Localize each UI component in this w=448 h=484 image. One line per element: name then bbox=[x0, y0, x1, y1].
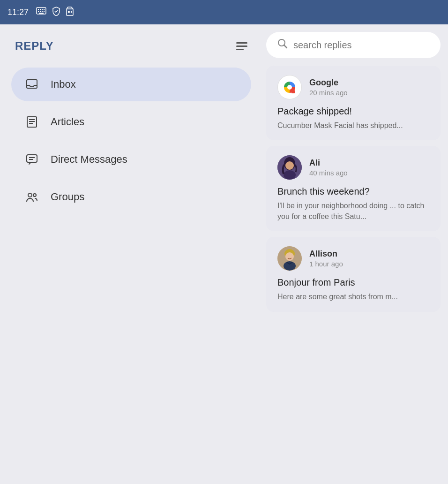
message-card-allison[interactable]: Allison 1 hour ago Bonjour from Paris He… bbox=[266, 237, 441, 311]
svg-rect-4 bbox=[44, 9, 45, 10]
svg-rect-8 bbox=[44, 11, 45, 12]
card-subject-google: Package shipped! bbox=[277, 106, 429, 117]
sidebar-item-groups[interactable]: Groups bbox=[11, 180, 251, 214]
sidebar-item-articles[interactable]: Articles bbox=[11, 105, 251, 139]
sender-name-google: Google bbox=[309, 78, 348, 88]
svg-rect-6 bbox=[40, 11, 41, 12]
menu-bar-1 bbox=[236, 42, 247, 44]
search-icon bbox=[277, 38, 288, 52]
sidebar-item-dm-label: Direct Messages bbox=[51, 153, 127, 166]
sender-name-ali: Ali bbox=[309, 158, 348, 168]
keyboard-icon bbox=[36, 7, 46, 17]
sender-info-allison: Allison 1 hour ago bbox=[309, 249, 343, 268]
inbox-icon bbox=[24, 77, 39, 92]
card-subject-ali: Brunch this weekend? bbox=[277, 186, 429, 197]
nav-list: Inbox Articles bbox=[11, 68, 251, 214]
sidebar-header: REPLY bbox=[11, 39, 251, 53]
sender-time-allison: 1 hour ago bbox=[309, 260, 343, 268]
sd-card-icon bbox=[66, 7, 74, 18]
app-title: REPLY bbox=[15, 39, 54, 53]
status-bar: 11:27 bbox=[0, 0, 448, 24]
sender-time-google: 20 mins ago bbox=[309, 89, 348, 97]
svg-point-31 bbox=[285, 161, 294, 170]
sender-info-google: Google 20 mins ago bbox=[309, 78, 348, 97]
sidebar-item-inbox[interactable]: Inbox bbox=[11, 68, 251, 101]
sidebar: REPLY Inbox bbox=[0, 24, 262, 484]
svg-point-27 bbox=[287, 85, 292, 90]
right-panel: Google 20 mins ago Package shipped! Cucu… bbox=[262, 24, 448, 484]
svg-point-36 bbox=[284, 261, 296, 271]
svg-point-35 bbox=[285, 252, 294, 261]
svg-rect-12 bbox=[69, 11, 70, 13]
avatar-allison bbox=[277, 246, 302, 271]
card-header-allison: Allison 1 hour ago bbox=[277, 246, 429, 271]
sender-time-ali: 40 mins ago bbox=[309, 169, 348, 177]
search-bar bbox=[266, 32, 441, 58]
sidebar-item-articles-label: Articles bbox=[51, 116, 84, 128]
card-preview-google: Cucumber Mask Facial has shipped... bbox=[277, 121, 429, 131]
svg-rect-3 bbox=[42, 9, 43, 10]
svg-point-22 bbox=[28, 193, 32, 197]
svg-rect-9 bbox=[39, 13, 44, 14]
menu-bar-3 bbox=[236, 49, 244, 50]
card-preview-allison: Here are some great shots from m... bbox=[277, 292, 429, 302]
search-input[interactable] bbox=[293, 40, 429, 51]
sidebar-item-inbox-label: Inbox bbox=[51, 78, 76, 91]
svg-rect-13 bbox=[71, 11, 72, 13]
status-time: 11:27 bbox=[7, 8, 29, 17]
svg-line-25 bbox=[284, 45, 287, 48]
sidebar-item-direct-messages[interactable]: Direct Messages bbox=[11, 143, 251, 176]
sender-name-allison: Allison bbox=[309, 249, 343, 259]
svg-rect-11 bbox=[68, 11, 69, 13]
card-header-google: Google 20 mins ago bbox=[277, 75, 429, 99]
avatar-ali bbox=[277, 155, 302, 180]
card-preview-ali: I'll be in your neighborhood doing ... t… bbox=[277, 201, 429, 222]
groups-icon bbox=[24, 189, 39, 204]
avatar-google bbox=[277, 75, 302, 99]
shield-icon bbox=[52, 7, 60, 18]
svg-rect-7 bbox=[42, 11, 43, 12]
status-icons bbox=[36, 7, 74, 18]
main-layout: REPLY Inbox bbox=[0, 24, 448, 484]
svg-rect-28 bbox=[291, 90, 295, 93]
svg-rect-2 bbox=[40, 9, 41, 10]
svg-rect-19 bbox=[27, 155, 37, 162]
svg-point-23 bbox=[33, 194, 36, 197]
svg-rect-5 bbox=[38, 11, 39, 12]
svg-point-32 bbox=[284, 170, 296, 180]
sidebar-item-groups-label: Groups bbox=[51, 191, 84, 203]
menu-bar-2 bbox=[236, 45, 247, 47]
menu-toggle-button[interactable] bbox=[236, 42, 247, 50]
articles-icon bbox=[24, 114, 39, 129]
card-subject-allison: Bonjour from Paris bbox=[277, 277, 429, 288]
sender-info-ali: Ali 40 mins ago bbox=[309, 158, 348, 177]
svg-rect-1 bbox=[38, 9, 39, 10]
direct-messages-icon bbox=[24, 152, 39, 167]
card-header-ali: Ali 40 mins ago bbox=[277, 155, 429, 180]
message-card-google[interactable]: Google 20 mins ago Package shipped! Cucu… bbox=[266, 66, 441, 140]
message-card-ali[interactable]: Ali 40 mins ago Brunch this weekend? I'l… bbox=[266, 146, 441, 231]
